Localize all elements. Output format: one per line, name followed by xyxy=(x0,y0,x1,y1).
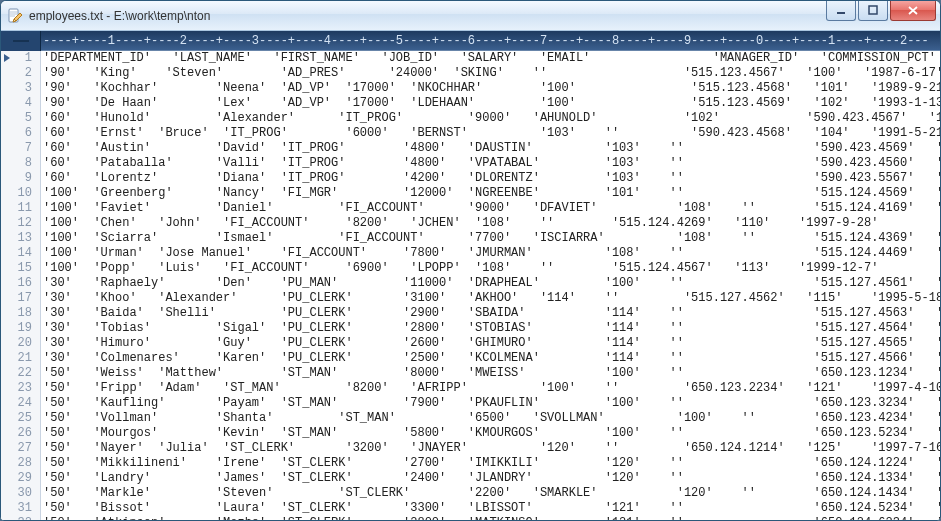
data-row: '30' 'Khoo' 'Alexander' 'PU_CLERK' '3100… xyxy=(43,291,940,306)
line-number: 20 xyxy=(1,336,40,351)
data-row: '50' 'Bissot' 'Laura' 'ST_CLERK' '3300' … xyxy=(43,501,940,516)
line-number: 12 xyxy=(1,216,40,231)
line-number: 5 xyxy=(1,111,40,126)
line-number: 9 xyxy=(1,171,40,186)
data-row: '30' 'Colmenares' 'Karen' 'PU_CLERK' '25… xyxy=(43,351,940,366)
maximize-button[interactable] xyxy=(858,1,888,21)
line-number: 15 xyxy=(1,261,40,276)
minimize-icon xyxy=(836,5,847,16)
ruler-bar: ----+----1----+----2----+----3----+----4… xyxy=(1,31,940,51)
data-row: '100' 'Greenberg' 'Nancy' 'FI_MGR' '1200… xyxy=(43,186,940,201)
line-number: 29 xyxy=(1,471,40,486)
data-row: '50' 'Mourgos' 'Kevin' 'ST_MAN' '5800' '… xyxy=(43,426,940,441)
line-number: 19 xyxy=(1,321,40,336)
text-editor[interactable]: 'DEPARTMENT_ID' 'LAST_NAME' 'FIRST_NAME'… xyxy=(41,51,940,520)
data-row: '60' 'Austin' 'David' 'IT_PROG' '4800' '… xyxy=(43,141,940,156)
line-number: 23 xyxy=(1,381,40,396)
pencil-file-icon xyxy=(7,8,23,24)
data-row: '50' 'Weiss' 'Matthew' 'ST_MAN' '8000' '… xyxy=(43,366,940,381)
svg-rect-1 xyxy=(837,12,845,14)
data-row: '50' 'Markle' 'Steven' 'ST_CLERK' '2200'… xyxy=(43,486,940,501)
data-row: '50' 'Nayer' 'Julia' 'ST_CLERK' '3200' '… xyxy=(43,441,940,456)
data-row: '60' 'Pataballa' 'Valli' 'IT_PROG' '4800… xyxy=(43,156,940,171)
line-number: 26 xyxy=(1,426,40,441)
data-row: '50' 'Atkinson' 'Mozhe' 'ST_CLERK' '2800… xyxy=(43,516,940,520)
data-row: '60' 'Ernst' 'Bruce' 'IT_PROG' '6000' 'B… xyxy=(43,126,940,141)
line-number: 30 xyxy=(1,486,40,501)
data-row: '100' 'Faviet' 'Daniel' 'FI_ACCOUNT' '90… xyxy=(43,201,940,216)
data-row: '100' 'Sciarra' 'Ismael' 'FI_ACCOUNT' '7… xyxy=(43,231,940,246)
line-number: 11 xyxy=(1,201,40,216)
window-buttons xyxy=(826,1,936,21)
data-row: '30' 'Baida' 'Shelli' 'PU_CLERK' '2900' … xyxy=(43,306,940,321)
titlebar[interactable]: employees.txt - E:\work\temp\nton xyxy=(1,1,940,31)
minimize-button[interactable] xyxy=(826,1,856,21)
line-number: 13 xyxy=(1,231,40,246)
line-number-gutter: 1234567891011121314151617181920212223242… xyxy=(1,51,41,520)
line-number: 3 xyxy=(1,81,40,96)
close-button[interactable] xyxy=(890,1,936,21)
close-icon xyxy=(907,5,919,16)
data-row: '50' 'Kaufling' 'Payam' 'ST_MAN' '7900' … xyxy=(43,396,940,411)
data-row: '100' 'Chen' 'John' 'FI_ACCOUNT' '8200' … xyxy=(43,216,940,231)
data-row: '50' 'Mikkilineni' 'Irene' 'ST_CLERK' '2… xyxy=(43,456,940,471)
line-number: 32 xyxy=(1,516,40,520)
svg-rect-2 xyxy=(869,6,877,14)
data-row: '100' 'Popp' 'Luis' 'FI_ACCOUNT' '6900' … xyxy=(43,261,940,276)
data-row: '30' 'Raphaely' 'Den' 'PU_MAN' '11000' '… xyxy=(43,276,940,291)
line-number: 8 xyxy=(1,156,40,171)
line-number: 21 xyxy=(1,351,40,366)
line-number: 17 xyxy=(1,291,40,306)
data-row: '90' 'De Haan' 'Lex' 'AD_VP' '17000' 'LD… xyxy=(43,96,940,111)
line-number: 4 xyxy=(1,96,40,111)
window-title: employees.txt - E:\work\temp\nton xyxy=(29,9,210,23)
ruler-gutter-cap xyxy=(1,31,41,51)
editor-area: 1234567891011121314151617181920212223242… xyxy=(1,51,940,520)
line-number: 10 xyxy=(1,186,40,201)
data-row: '30' 'Tobias' 'Sigal' 'PU_CLERK' '2800' … xyxy=(43,321,940,336)
data-row: '50' 'Fripp' 'Adam' 'ST_MAN' '8200' 'AFR… xyxy=(43,381,940,396)
data-row: '90' 'King' 'Steven' 'AD_PRES' '24000' '… xyxy=(43,66,940,81)
data-row: '60' 'Lorentz' 'Diana' 'IT_PROG' '4200' … xyxy=(43,171,940,186)
line-number: 28 xyxy=(1,456,40,471)
data-row: '100' 'Urman' 'Jose Manuel' 'FI_ACCOUNT'… xyxy=(43,246,940,261)
column-ruler: ----+----1----+----2----+----3----+----4… xyxy=(1,34,929,48)
header-row: 'DEPARTMENT_ID' 'LAST_NAME' 'FIRST_NAME'… xyxy=(43,51,940,66)
line-number: 6 xyxy=(1,126,40,141)
data-row: '50' 'Vollman' 'Shanta' 'ST_MAN' '6500' … xyxy=(43,411,940,426)
line-number: 14 xyxy=(1,246,40,261)
data-row: '60' 'Hunold' 'Alexander' 'IT_PROG' '900… xyxy=(43,111,940,126)
data-row: '50' 'Landry' 'James' 'ST_CLERK' '2400' … xyxy=(43,471,940,486)
line-number: 25 xyxy=(1,411,40,426)
app-window: employees.txt - E:\work\temp\nton ----+-… xyxy=(0,0,941,521)
maximize-icon xyxy=(868,5,879,16)
line-number: 7 xyxy=(1,141,40,156)
line-number: 16 xyxy=(1,276,40,291)
line-number: 2 xyxy=(1,66,40,81)
line-number: 24 xyxy=(1,396,40,411)
line-number: 18 xyxy=(1,306,40,321)
line-number: 27 xyxy=(1,441,40,456)
data-row: '30' 'Himuro' 'Guy' 'PU_CLERK' '2600' 'G… xyxy=(43,336,940,351)
data-row: '90' 'Kochhar' 'Neena' 'AD_VP' '17000' '… xyxy=(43,81,940,96)
line-number: 31 xyxy=(1,501,40,516)
line-number: 1 xyxy=(1,51,40,66)
line-number: 22 xyxy=(1,366,40,381)
